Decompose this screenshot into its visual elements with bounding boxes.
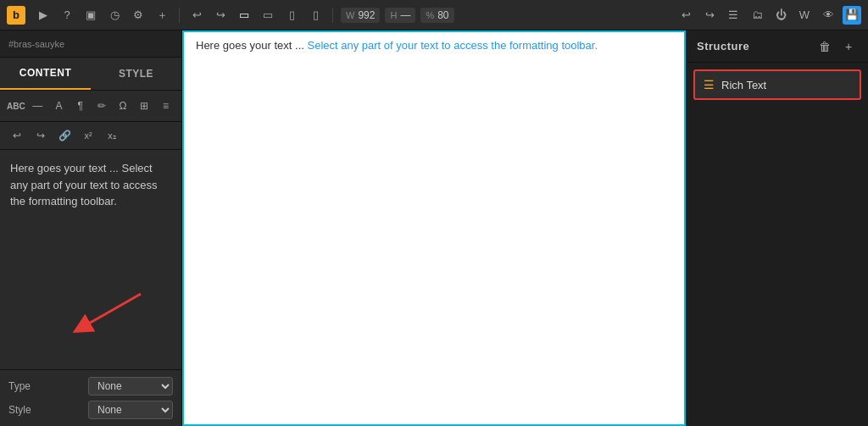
save-icon[interactable]: 💾 (843, 6, 861, 25)
text-abc-icon[interactable]: ABC (7, 96, 25, 116)
eye-icon[interactable]: 👁 (819, 6, 837, 25)
power-icon[interactable]: ⏻ (771, 6, 790, 25)
rich-text-item-label: Rich Text (721, 79, 766, 91)
structure-rich-text-item[interactable]: ☰ Rich Text (693, 69, 861, 100)
font-icon[interactable]: A (50, 96, 68, 116)
toolbar-separator-1 (179, 8, 180, 23)
editor-area[interactable]: Here goes your text ... Select any part … (0, 150, 181, 369)
svg-line-0 (81, 294, 141, 328)
redo-edit-icon[interactable]: ↪ (31, 125, 51, 146)
settings-icon[interactable]: ⚙ (129, 6, 147, 25)
panel-tabs: CONTENT STYLE (0, 58, 181, 91)
style-field-row: Style None (8, 401, 173, 419)
history-icon[interactable]: ◷ (105, 6, 124, 25)
omega-icon[interactable]: Ω (114, 96, 131, 116)
canvas-hint-static: Here goes your text ... (196, 39, 308, 52)
style-select[interactable]: None (88, 401, 173, 419)
table-icon[interactable]: ⊞ (136, 96, 153, 116)
preview-back-icon[interactable]: ↩ (676, 6, 695, 25)
editor-text: Here goes your text ... Select any part … (10, 162, 157, 207)
wp-icon[interactable]: W (795, 6, 814, 25)
paragraph-icon[interactable]: ¶ (71, 96, 89, 116)
width-label: W (346, 10, 354, 20)
help-icon[interactable]: ? (58, 6, 76, 25)
left-panel: #bras-sauyke CONTENT STYLE ABC — A ¶ ✏ Ω… (0, 30, 182, 426)
add-panel-icon[interactable]: + (839, 37, 858, 56)
redo-icon[interactable]: ↪ (211, 6, 230, 25)
type-field-row: Type None (8, 377, 173, 396)
undo-edit-icon[interactable]: ↩ (7, 125, 27, 146)
height-label: H (390, 10, 397, 20)
superscript-icon[interactable]: x² (78, 125, 98, 146)
link-icon[interactable]: 🔗 (54, 125, 75, 146)
width-value[interactable]: 992 (358, 9, 375, 21)
menu-icon[interactable]: ☰ (724, 6, 743, 25)
tab-content[interactable]: CONTENT (0, 58, 91, 90)
breadcrumb: #bras-sauyke (0, 30, 181, 58)
main-layout: #bras-sauyke CONTENT STYLE ABC — A ¶ ✏ Ω… (0, 30, 868, 426)
top-toolbar: b ▶ ? ▣ ◷ ⚙ ＋ ↩ ↪ ▭ ▭ ▯ ▯ W 992 H — % 80… (0, 0, 868, 30)
bottom-fields: Type None Style None (0, 369, 181, 426)
arrow-indicator (56, 277, 158, 350)
type-label: Type (8, 380, 31, 392)
canvas-hint: Here goes your text ... Select any part … (196, 39, 598, 52)
tablet-landscape-icon[interactable]: ▭ (259, 6, 277, 25)
highlight-icon[interactable]: ✏ (92, 96, 110, 116)
toolbar-separator-2 (332, 8, 333, 23)
breadcrumb-text: #bras-sauyke (8, 39, 64, 49)
panel-header: Structure 🗑 + (687, 30, 868, 63)
add-icon[interactable]: ＋ (153, 6, 171, 25)
right-panel: Structure 🗑 + ☰ Rich Text (686, 30, 868, 426)
delete-panel-icon[interactable]: 🗑 (815, 37, 834, 56)
width-control[interactable]: W 992 (341, 8, 380, 23)
height-control[interactable]: H — (385, 8, 415, 23)
mobile-icon[interactable]: ▯ (306, 6, 325, 25)
list-icon[interactable]: ≡ (157, 96, 175, 116)
tablet-portrait-icon[interactable]: ▯ (282, 6, 301, 25)
folder-icon[interactable]: 🗂 (748, 6, 766, 25)
style-label: Style (8, 404, 31, 416)
canvas-area[interactable]: Here goes your text ... Select any part … (182, 30, 686, 426)
zoom-value[interactable]: 80 (437, 9, 448, 21)
height-value[interactable]: — (400, 9, 410, 21)
dash-icon[interactable]: — (29, 96, 47, 116)
editor-toolbar-row2: ↩ ↪ 🔗 x² x₂ (0, 122, 181, 150)
type-select[interactable]: None (88, 377, 173, 396)
desktop-icon[interactable]: ▭ (235, 6, 253, 25)
zoom-control[interactable]: % 80 (420, 8, 453, 23)
canvas-hint-highlight: Select any part of your text to access t… (308, 39, 598, 52)
undo-icon[interactable]: ↩ (187, 6, 206, 25)
subscript-icon[interactable]: x₂ (102, 125, 122, 146)
rich-text-item-icon: ☰ (704, 78, 715, 91)
tab-style[interactable]: STYLE (91, 58, 181, 90)
panel-title: Structure (697, 40, 749, 53)
play-icon[interactable]: ▶ (34, 6, 53, 25)
panel-actions: 🗑 + (815, 37, 858, 56)
brand-logo[interactable]: b (7, 6, 25, 25)
canvas-inner: Here goes your text ... Select any part … (182, 30, 686, 426)
pages-icon[interactable]: ▣ (81, 6, 100, 25)
zoom-label: % (426, 10, 434, 20)
editor-toolbar-row1: ABC — A ¶ ✏ Ω ⊞ ≡ (0, 91, 181, 122)
preview-forward-icon[interactable]: ↪ (700, 6, 719, 25)
